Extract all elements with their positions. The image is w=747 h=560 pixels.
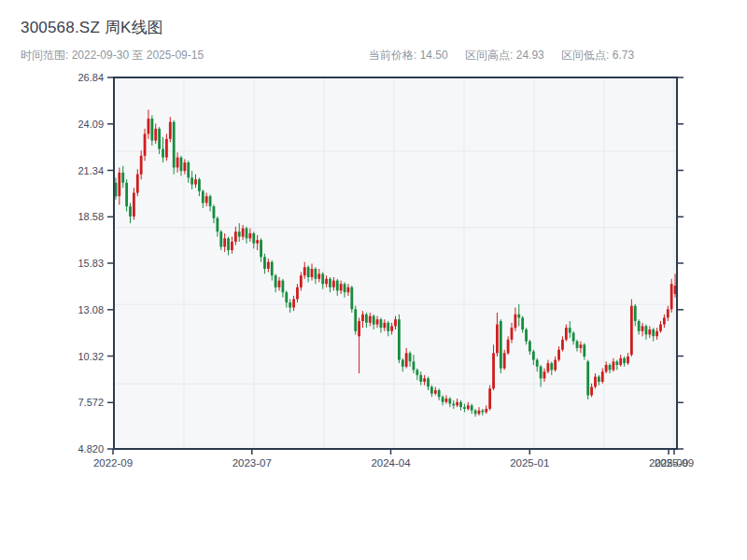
candle-body bbox=[463, 407, 466, 409]
candle-body bbox=[540, 367, 543, 379]
y-axis-label: 21.34 bbox=[78, 165, 104, 176]
candle-body bbox=[194, 179, 197, 184]
candle-body bbox=[492, 353, 495, 388]
candle-body bbox=[300, 275, 303, 287]
candle-body bbox=[619, 358, 622, 365]
candle-body bbox=[554, 360, 557, 371]
candle-body bbox=[648, 329, 651, 334]
candle-body bbox=[150, 119, 153, 141]
candle-body bbox=[427, 378, 430, 386]
candle-body bbox=[289, 302, 291, 307]
candle-body bbox=[670, 284, 673, 309]
candle-body bbox=[332, 281, 335, 287]
candle-body bbox=[144, 133, 147, 156]
candle-body bbox=[590, 387, 593, 396]
candle-body bbox=[125, 183, 128, 206]
candle-body bbox=[572, 333, 575, 342]
kline-chart-svg: 26.8424.0921.3418.5815.8313.0810.327.572… bbox=[0, 0, 747, 560]
candle-body bbox=[329, 279, 331, 287]
candle-body bbox=[390, 326, 393, 330]
candle-body bbox=[267, 262, 270, 269]
candle-body bbox=[442, 397, 444, 401]
candle-body bbox=[350, 287, 353, 310]
candle-body bbox=[202, 191, 204, 203]
candle-body bbox=[423, 378, 426, 382]
y-axis-label: 26.84 bbox=[78, 72, 104, 83]
candle-body bbox=[256, 240, 259, 244]
candle-body bbox=[282, 281, 285, 293]
candle-body bbox=[198, 179, 201, 191]
candle-body bbox=[536, 360, 539, 367]
candle-body bbox=[481, 411, 484, 413]
candle-body bbox=[248, 233, 251, 238]
candle-body bbox=[303, 267, 306, 275]
candle-body bbox=[565, 328, 568, 340]
candle-body bbox=[594, 377, 597, 387]
candle-body bbox=[627, 357, 629, 363]
candle-body bbox=[511, 328, 514, 340]
candle-body bbox=[234, 231, 237, 242]
candle-body bbox=[550, 363, 553, 370]
candle-body bbox=[275, 275, 277, 287]
candle-body bbox=[311, 269, 314, 277]
candle-body bbox=[205, 196, 208, 203]
candle-body bbox=[169, 122, 172, 139]
candle-body bbox=[219, 231, 222, 246]
candle-body bbox=[438, 390, 441, 397]
candle-body bbox=[180, 158, 183, 172]
candle-body bbox=[154, 129, 157, 141]
candle-body bbox=[118, 173, 120, 196]
candle-body bbox=[133, 193, 135, 217]
candle-body bbox=[285, 292, 288, 302]
candle-body bbox=[238, 231, 241, 236]
x-axis-label: 2023-07 bbox=[233, 457, 272, 469]
candle-body bbox=[638, 321, 641, 331]
candle-body bbox=[561, 340, 564, 350]
candle-body bbox=[129, 206, 132, 217]
candle-body bbox=[315, 269, 317, 279]
candle-body bbox=[667, 309, 669, 317]
candle-body bbox=[430, 387, 433, 394]
candle-body bbox=[478, 411, 481, 414]
candle-body bbox=[445, 399, 448, 402]
candle-body bbox=[514, 315, 516, 329]
candle-body bbox=[187, 162, 190, 177]
candle-body bbox=[223, 238, 226, 246]
candle-body bbox=[209, 196, 212, 206]
candle-body bbox=[354, 309, 357, 331]
candle-body bbox=[496, 325, 499, 354]
candle-body bbox=[373, 316, 375, 325]
candle-body bbox=[543, 371, 546, 378]
candle-body bbox=[609, 365, 612, 370]
candle-body bbox=[321, 273, 324, 284]
candle-body bbox=[615, 361, 618, 365]
candle-body bbox=[503, 353, 506, 368]
candle-body bbox=[419, 375, 422, 382]
candle-body bbox=[659, 325, 662, 331]
candle-body bbox=[140, 156, 143, 175]
candle-body bbox=[474, 411, 477, 414]
candle-body bbox=[546, 363, 549, 371]
candle-body bbox=[369, 316, 372, 323]
candle-body bbox=[500, 321, 502, 369]
candle-body bbox=[456, 402, 458, 406]
x-axis-label: 2025-01 bbox=[510, 457, 549, 469]
candle-body bbox=[467, 405, 470, 409]
y-axis-label: 10.32 bbox=[78, 351, 104, 362]
candle-body bbox=[434, 390, 437, 394]
candle-body bbox=[517, 315, 520, 318]
candle-body bbox=[452, 404, 455, 406]
candle-body bbox=[383, 323, 386, 328]
candle-body bbox=[121, 173, 124, 183]
candle-body bbox=[613, 361, 615, 370]
candle-body bbox=[413, 361, 416, 370]
candle-body bbox=[416, 370, 418, 374]
y-axis-label: 4.820 bbox=[78, 443, 104, 455]
candle-body bbox=[263, 257, 266, 269]
x-axis-label: 2025-09 bbox=[655, 457, 694, 469]
candle-body bbox=[557, 350, 560, 360]
candle-body bbox=[358, 321, 360, 336]
candle-body bbox=[598, 377, 600, 382]
candle-body bbox=[347, 287, 350, 292]
candle-body bbox=[260, 240, 262, 257]
